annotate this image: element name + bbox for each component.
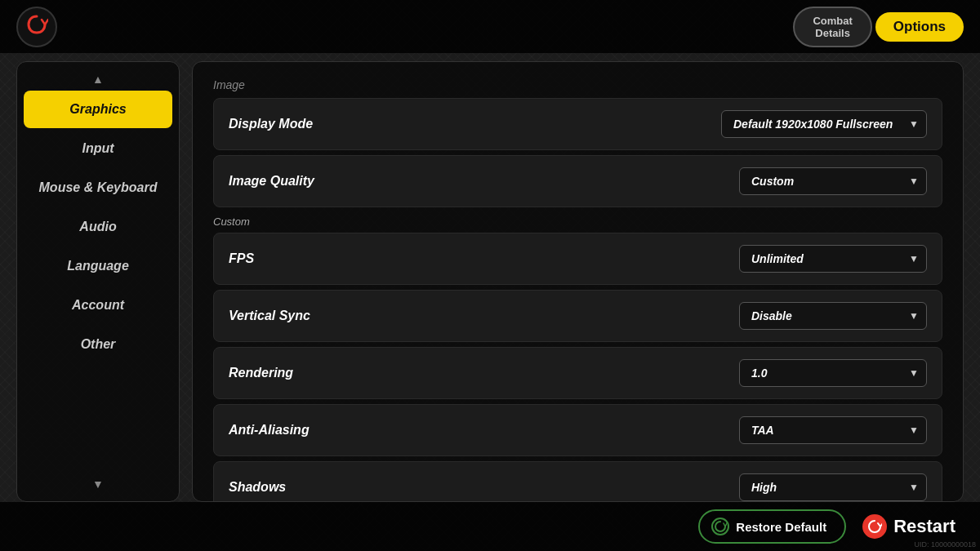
- nav-tabs: Combat Details Options: [793, 7, 964, 47]
- image-quality-select[interactable]: Custom Low Medium High Ultra: [739, 167, 927, 195]
- vsync-select[interactable]: Disable Enable: [739, 302, 927, 330]
- rendering-row: Rendering 1.0 0.5 0.75 1.25 1.5 ▼: [213, 347, 942, 399]
- rendering-dropdown-wrapper: 1.0 0.5 0.75 1.25 1.5 ▼: [739, 359, 927, 387]
- anti-aliasing-dropdown-wrapper: TAA None FXAA MSAA ▼: [739, 416, 927, 444]
- shadows-label: Shadows: [229, 480, 286, 495]
- rendering-select[interactable]: 1.0 0.5 0.75 1.25 1.5: [739, 359, 927, 387]
- restore-label: Restore Default: [736, 520, 826, 534]
- restart-icon: [862, 514, 887, 539]
- restart-label: Restart: [893, 516, 956, 537]
- sidebar-item-input[interactable]: Input: [24, 130, 172, 167]
- topbar: Combat Details Options: [0, 0, 980, 53]
- shadows-row: Shadows High Low Medium Ultra ▼: [213, 461, 942, 502]
- restore-default-button[interactable]: Restore Default: [698, 509, 846, 544]
- section-custom-label: Custom: [213, 216, 942, 228]
- sidebar-item-mouse-keyboard[interactable]: Mouse & Keyboard: [24, 169, 172, 207]
- sidebar-item-account[interactable]: Account: [24, 287, 172, 324]
- shadows-select[interactable]: High Low Medium Ultra: [739, 473, 927, 501]
- sidebar-arrow-down[interactable]: ▼: [88, 473, 108, 495]
- display-mode-select[interactable]: Default 1920x1080 Fullscreen 1920x1080 W…: [721, 110, 927, 138]
- bottom-bar: Restore Default Restart UID: 10000000018: [0, 502, 980, 551]
- rendering-label: Rendering: [229, 366, 293, 380]
- fps-select[interactable]: Unlimited 30 60 120 144: [739, 245, 927, 273]
- sidebar-item-language[interactable]: Language: [24, 247, 172, 285]
- display-mode-row: Display Mode Default 1920x1080 Fullscree…: [213, 98, 942, 150]
- vsync-label: Vertical Sync: [229, 309, 310, 323]
- image-quality-label: Image Quality: [229, 174, 314, 189]
- main-layout: ▲ Graphics Input Mouse & Keyboard Audio …: [16, 61, 964, 502]
- fps-label: FPS: [229, 251, 254, 266]
- sidebar: ▲ Graphics Input Mouse & Keyboard Audio …: [16, 61, 180, 502]
- shadows-dropdown-wrapper: High Low Medium Ultra ▼: [739, 473, 927, 501]
- vsync-dropdown-wrapper: Disable Enable ▼: [739, 302, 927, 330]
- vsync-row: Vertical Sync Disable Enable ▼: [213, 290, 942, 342]
- sidebar-item-other[interactable]: Other: [24, 326, 172, 363]
- display-mode-dropdown-wrapper: Default 1920x1080 Fullscreen 1920x1080 W…: [721, 110, 927, 138]
- tab-options[interactable]: Options: [875, 12, 964, 42]
- logo-icon: [25, 13, 48, 41]
- image-quality-row: Image Quality Custom Low Medium High Ult…: [213, 155, 942, 207]
- section-image-label: Image: [213, 78, 942, 91]
- content-panel: Image Display Mode Default 1920x1080 Ful…: [192, 61, 964, 502]
- tab-combat-details[interactable]: Combat Details: [793, 7, 871, 47]
- display-mode-label: Display Mode: [229, 117, 313, 131]
- logo-button[interactable]: [16, 7, 57, 47]
- fps-dropdown-wrapper: Unlimited 30 60 120 144 ▼: [739, 245, 927, 273]
- image-quality-dropdown-wrapper: Custom Low Medium High Ultra ▼: [739, 167, 927, 195]
- uid-text: UID: 10000000018: [914, 540, 976, 549]
- fps-row: FPS Unlimited 30 60 120 144 ▼: [213, 233, 942, 285]
- restore-icon: [711, 518, 729, 535]
- restart-button[interactable]: Restart: [862, 514, 956, 539]
- sidebar-arrow-up[interactable]: ▲: [88, 69, 108, 90]
- sidebar-item-audio[interactable]: Audio: [24, 208, 172, 246]
- anti-aliasing-select[interactable]: TAA None FXAA MSAA: [739, 416, 927, 444]
- anti-aliasing-label: Anti-Aliasing: [229, 423, 310, 438]
- anti-aliasing-row: Anti-Aliasing TAA None FXAA MSAA ▼: [213, 404, 942, 456]
- sidebar-item-graphics[interactable]: Graphics: [24, 91, 172, 128]
